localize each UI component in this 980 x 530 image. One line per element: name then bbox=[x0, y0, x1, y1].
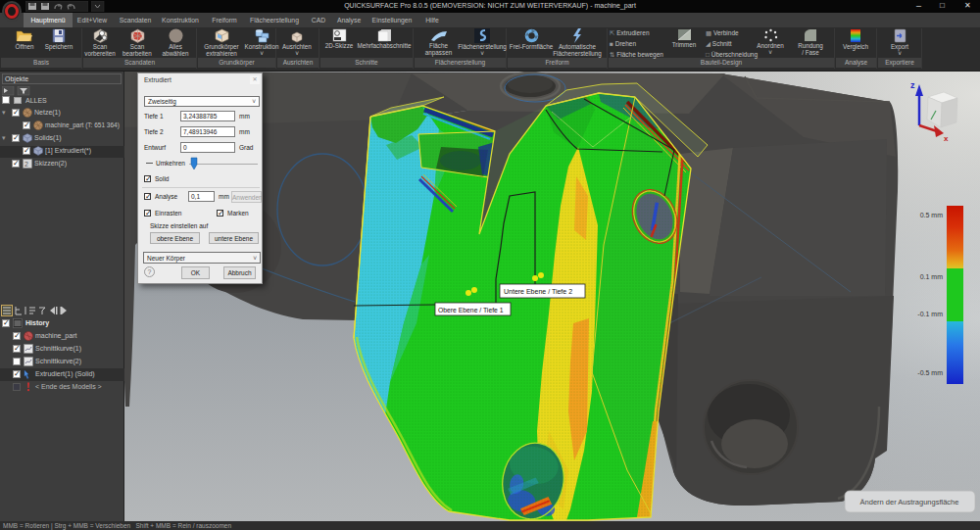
svg-text:Untere Ebene / Tiefe 2: Untere Ebene / Tiefe 2 bbox=[504, 288, 572, 295]
svg-text:2: 2 bbox=[24, 161, 28, 168]
svg-text:Ändern der Austragungsfläche: Ändern der Austragungsfläche bbox=[860, 498, 959, 506]
svg-text:-0.5 mm: -0.5 mm bbox=[917, 369, 943, 376]
svg-text:x: x bbox=[944, 134, 949, 143]
svg-text:0.5 mm: 0.5 mm bbox=[920, 212, 944, 218]
svg-text:Obere Ebene / Tiefe 1: Obere Ebene / Tiefe 1 bbox=[438, 307, 504, 313]
svg-text:0.1 mm: 0.1 mm bbox=[920, 273, 944, 280]
svg-text:z: z bbox=[910, 80, 915, 90]
svg-text:-0.1 mm: -0.1 mm bbox=[917, 311, 943, 317]
